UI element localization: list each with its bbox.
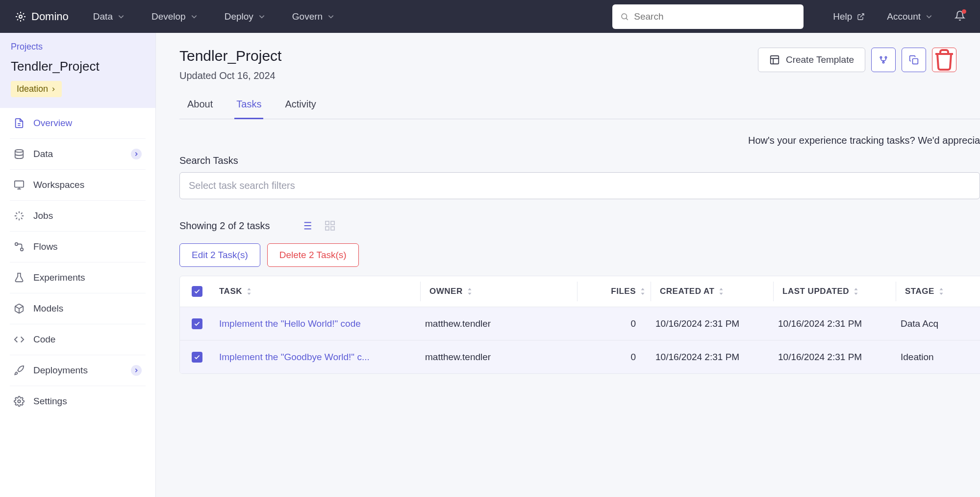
copy-icon (909, 55, 919, 65)
brand-logo[interactable]: Domino (15, 10, 69, 23)
task-search-input[interactable] (179, 172, 980, 199)
svg-point-0 (19, 15, 22, 18)
edit-tasks-button[interactable]: Edit 2 Task(s) (179, 243, 260, 267)
fork-icon (879, 55, 888, 65)
account-menu[interactable]: Account (887, 11, 932, 22)
svg-point-6 (18, 400, 21, 403)
sort-icon (718, 288, 724, 295)
global-search[interactable] (612, 4, 804, 29)
list-view-button[interactable] (300, 219, 313, 233)
svg-rect-15 (331, 227, 334, 230)
task-created: 10/16/2024 2:31 PM (651, 318, 773, 329)
sidebar-item-overview[interactable]: Overview (10, 108, 146, 139)
sort-icon (938, 288, 944, 295)
badge-icon (131, 365, 142, 376)
monitor-icon (14, 180, 25, 190)
copy-button[interactable] (902, 48, 926, 72)
svg-point-9 (885, 56, 886, 58)
sidebar-item-workspaces[interactable]: Workspaces (10, 170, 146, 201)
svg-point-10 (882, 61, 884, 63)
sidebar-item-settings[interactable]: Settings (10, 386, 146, 417)
table-header: TASK OWNER FILES CREATED AT LAST UPDATED… (180, 276, 980, 307)
col-task[interactable]: TASK (214, 287, 420, 296)
task-name-link[interactable]: Implement the "Hello World!" code (214, 318, 420, 329)
chevron-down-icon (258, 13, 265, 20)
tab-about[interactable]: About (185, 99, 215, 119)
gear-icon (14, 396, 25, 407)
sidebar-item-flows[interactable]: Flows (10, 232, 146, 262)
page-subtitle: Updated Oct 16, 2024 (179, 70, 281, 81)
nav-item-develop[interactable]: Develop (151, 11, 198, 22)
grid-view-button[interactable] (323, 219, 337, 233)
fork-button[interactable] (871, 48, 896, 72)
row-checkbox[interactable] (192, 352, 202, 363)
global-search-input[interactable] (634, 11, 796, 22)
sort-icon (467, 288, 473, 295)
task-stage: Ideation (896, 352, 980, 363)
cube-icon (14, 303, 25, 314)
svg-point-8 (880, 56, 881, 58)
chevron-down-icon (118, 13, 125, 20)
spinner-icon (14, 210, 25, 221)
sidebar-item-data[interactable]: Data (10, 139, 146, 170)
tabs: About Tasks Activity (179, 99, 980, 119)
search-tasks-label: Search Tasks (179, 155, 980, 166)
sidebar-project-title: Tendler_Project (11, 59, 145, 74)
table-row[interactable]: Implement the "Hello World!" code matthe… (180, 307, 980, 340)
flask-icon (14, 272, 25, 283)
page-title: Tendler_Project (179, 48, 281, 64)
col-updated[interactable]: LAST UPDATED (773, 282, 896, 301)
sort-icon (640, 288, 646, 295)
svg-point-4 (15, 243, 18, 246)
task-name-link[interactable]: Implement the "Goodbye World!" c... (214, 352, 420, 363)
chevron-down-icon (191, 13, 198, 20)
task-files: 0 (577, 352, 651, 363)
badge-icon (131, 149, 142, 159)
nav-item-data[interactable]: Data (93, 11, 125, 22)
breadcrumb-projects[interactable]: Projects (11, 42, 145, 52)
svg-point-2 (15, 150, 24, 153)
right-nav: Help Account (833, 10, 965, 23)
nav-item-deploy[interactable]: Deploy (225, 11, 265, 22)
col-files[interactable]: FILES (577, 282, 651, 301)
tab-tasks[interactable]: Tasks (234, 99, 263, 119)
col-owner[interactable]: OWNER (420, 282, 577, 301)
sidebar-header: Projects Tendler_Project Ideation (0, 33, 155, 108)
col-stage[interactable]: STAGE (896, 282, 980, 301)
help-link[interactable]: Help (833, 11, 865, 22)
stage-tag[interactable]: Ideation (11, 81, 62, 97)
view-toggle (300, 219, 337, 233)
select-all-checkbox[interactable] (192, 286, 202, 297)
col-created[interactable]: CREATED AT (651, 282, 773, 301)
svg-point-5 (21, 248, 24, 251)
notifications-button[interactable] (955, 10, 965, 23)
create-template-button[interactable]: Create Template (758, 48, 865, 72)
sidebar: Projects Tendler_Project Ideation Overvi… (0, 33, 156, 497)
svg-rect-7 (771, 56, 779, 64)
main-content: Tendler_Project Updated Oct 16, 2024 Cre… (156, 33, 980, 497)
task-updated: 10/16/2024 2:31 PM (773, 318, 896, 329)
sort-icon (246, 288, 252, 295)
nav-item-govern[interactable]: Govern (292, 11, 334, 22)
tasks-table: TASK OWNER FILES CREATED AT LAST UPDATED… (179, 276, 980, 374)
sidebar-item-deployments[interactable]: Deployments (10, 355, 146, 386)
delete-tasks-button[interactable]: Delete 2 Task(s) (267, 243, 359, 267)
table-row[interactable]: Implement the "Goodbye World!" c... matt… (180, 340, 980, 373)
sidebar-item-models[interactable]: Models (10, 293, 146, 324)
delete-project-button[interactable] (932, 48, 956, 72)
svg-rect-3 (15, 181, 24, 187)
tab-activity[interactable]: Activity (283, 99, 318, 119)
sidebar-item-experiments[interactable]: Experiments (10, 262, 146, 293)
svg-point-1 (622, 14, 627, 19)
template-icon (769, 54, 780, 65)
task-stage: Data Acq (896, 318, 980, 329)
sidebar-item-jobs[interactable]: Jobs (10, 201, 146, 232)
task-owner: matthew.tendler (420, 352, 577, 363)
trash-icon (932, 48, 956, 72)
database-icon (14, 149, 25, 159)
rocket-icon (14, 365, 25, 376)
row-checkbox[interactable] (192, 318, 202, 329)
domino-logo-icon (15, 11, 26, 23)
sidebar-item-code[interactable]: Code (10, 324, 146, 355)
top-nav: Domino Data Develop Deploy Govern Help A… (0, 0, 980, 33)
